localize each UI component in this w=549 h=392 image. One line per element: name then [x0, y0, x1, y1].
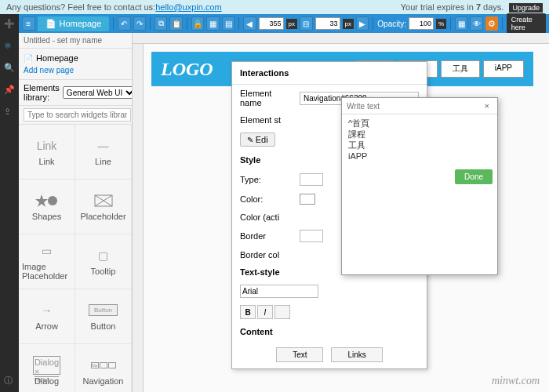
edit-button[interactable]: ✎ Edi: [240, 132, 275, 147]
ruler-horizontal: [133, 33, 549, 44]
close-icon[interactable]: ×: [482, 101, 493, 111]
search-input[interactable]: [24, 108, 131, 122]
panel-title: Interactions: [232, 62, 427, 85]
library-selector: Elements library: General Web UI: [19, 80, 132, 106]
watermark: minwt.com: [492, 375, 540, 387]
widget-search: ⓧ: [19, 106, 132, 125]
page-tab[interactable]: 📄 Homepage: [38, 16, 110, 31]
widget-dialog[interactable]: Dialog ×Hello!Dialog: [19, 344, 75, 392]
widget-link[interactable]: LinkLink: [19, 125, 75, 180]
library-select[interactable]: General Web UI: [63, 86, 133, 99]
popup-item[interactable]: 課程: [348, 129, 491, 140]
format-button[interactable]: [274, 305, 290, 319]
arrow-right-icon[interactable]: ▶: [356, 16, 369, 31]
widget-line[interactable]: —Line: [75, 125, 132, 180]
opacity-label: Opacity:: [377, 20, 406, 28]
grid-icon[interactable]: ▦: [455, 16, 468, 31]
link-dim-icon[interactable]: ⊟: [300, 16, 313, 31]
info-icon[interactable]: ⓘ: [4, 375, 15, 386]
share-icon[interactable]: ⇪: [4, 107, 15, 118]
add-page-link[interactable]: Add new page: [24, 64, 127, 76]
font-input[interactable]: [240, 285, 318, 298]
trial-info: Your trial expires in 7 days. Upgrade: [401, 2, 543, 12]
arrow-left-icon[interactable]: ◀: [243, 16, 256, 31]
eye-icon[interactable]: 👁: [470, 16, 483, 31]
width-input[interactable]: [259, 17, 284, 30]
widget-button[interactable]: ButtonButton: [75, 289, 132, 344]
atom-icon[interactable]: ⚛: [4, 41, 15, 52]
widget-tooltip[interactable]: ▢Tooltip: [75, 234, 132, 289]
left-dock: ➕ ⚛ 🔍 📌 ⇪ ⓘ: [0, 14, 19, 392]
main-toolbar: ≡ 📄 Homepage ↶ ↷ ⧉ 📋 🔒 ▦ ▤ ◀ px ⊟ px ▶ O…: [19, 14, 549, 33]
widget-grid: LinkLink—LineShapesPlaceholder▭Image Pla…: [19, 125, 132, 392]
popup-item[interactable]: iAPP: [348, 151, 491, 162]
height-input[interactable]: [315, 17, 340, 30]
italic-button[interactable]: I: [257, 305, 273, 319]
settings-icon[interactable]: ⚙: [485, 16, 498, 31]
pages-section: 📄 Homepage Add new page: [19, 49, 132, 80]
popup-item[interactable]: ^首頁: [348, 118, 491, 129]
done-button[interactable]: Done: [455, 169, 493, 184]
search-icon[interactable]: 🔍: [4, 63, 15, 74]
svg-marker-0: [35, 194, 48, 207]
bold-button[interactable]: B: [240, 305, 256, 319]
widget-placeholder[interactable]: Placeholder: [75, 180, 132, 234]
nav-item[interactable]: iAPP: [483, 60, 524, 78]
menu-icon[interactable]: ≡: [22, 16, 35, 31]
widget-image-placeholder[interactable]: ▭Image Placeholder: [19, 234, 75, 289]
links-button[interactable]: Links: [331, 347, 382, 362]
layer-icon[interactable]: ▤: [222, 16, 235, 31]
popup-item[interactable]: 工具: [348, 140, 491, 151]
top-info-bar: Any questions? Feel free to contact us: …: [0, 0, 549, 14]
group-icon[interactable]: ▦: [206, 16, 220, 31]
opacity-input[interactable]: [409, 17, 434, 30]
project-title[interactable]: Untitled - set my name: [19, 33, 132, 49]
popup-list: ^首頁課程工具iAPP: [342, 114, 497, 165]
canvas: LOGO 首頁課程工具iAPP Interactions Element nam…: [133, 33, 549, 392]
add-icon[interactable]: ➕: [4, 19, 15, 30]
border-input[interactable]: [300, 230, 323, 242]
type-input[interactable]: [300, 173, 323, 186]
text-button[interactable]: Text: [276, 347, 323, 362]
undo-icon[interactable]: ↶: [118, 16, 131, 31]
widget-navigation[interactable]: NaNavigation: [75, 344, 132, 392]
pin-icon[interactable]: 📌: [4, 85, 15, 96]
contact-text: Any questions? Feel free to contact us:: [6, 2, 155, 12]
paste-icon[interactable]: 📋: [169, 16, 183, 31]
content-section: Content: [232, 322, 427, 341]
widget-shapes[interactable]: Shapes: [19, 180, 75, 234]
page-item[interactable]: 📄 Homepage: [24, 52, 127, 64]
upgrade-button[interactable]: Upgrade: [509, 3, 543, 13]
svg-point-1: [48, 196, 57, 205]
logo-text: LOGO: [161, 59, 213, 80]
text-popup: × ^首頁課程工具iAPP Done: [341, 97, 498, 275]
side-panel: Untitled - set my name 📄 Homepage Add ne…: [19, 33, 133, 392]
redo-icon[interactable]: ↷: [133, 16, 147, 31]
widget-arrow[interactable]: →Arrow: [19, 289, 75, 344]
popup-input[interactable]: [347, 102, 482, 111]
create-button[interactable]: Create here: [507, 13, 546, 34]
ruler-vertical: [133, 44, 144, 392]
contact-email[interactable]: hello@uxpin.com: [155, 2, 222, 12]
color-swatch[interactable]: [300, 194, 315, 205]
nav-item[interactable]: 工具: [441, 60, 480, 78]
copy-icon[interactable]: ⧉: [155, 16, 168, 31]
lock-icon[interactable]: 🔒: [191, 16, 205, 31]
canvas-area[interactable]: LOGO 首頁課程工具iAPP Interactions Element nam…: [144, 44, 549, 392]
